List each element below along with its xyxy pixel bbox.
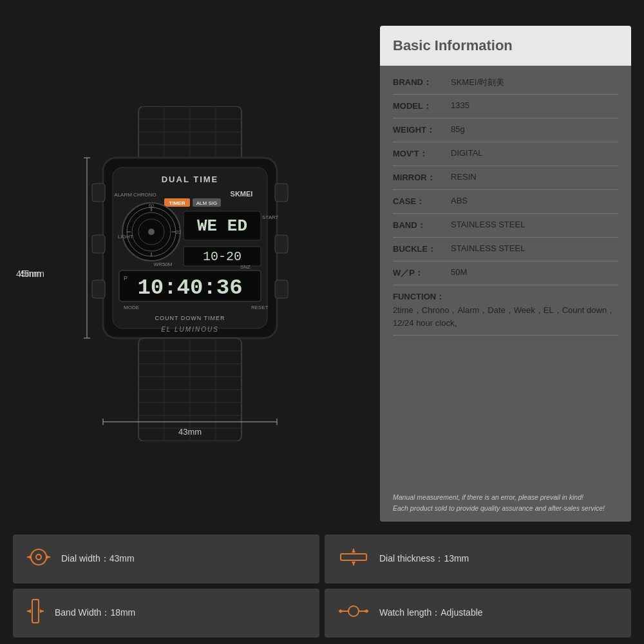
buckle-row: BUCKLE： STAINLESS STEEL	[393, 238, 618, 261]
mirror-value: RESIN	[451, 172, 618, 182]
svg-rect-73	[341, 554, 366, 560]
bottom-section: Dial width：43mm Dial thickness：13mm	[0, 535, 644, 644]
watch-length-text: Watch length：Adjustable	[379, 607, 483, 619]
band-width-box: Band Width：18mm	[13, 589, 319, 638]
brand-value: SKMEI/时刻美	[451, 77, 618, 88]
function-label: FUNCTION：	[393, 291, 618, 303]
function-row: FUNCTION： 2time，Chrono，Alarm，Date，Week，E…	[393, 285, 618, 336]
svg-text:10:40:36: 10:40:36	[137, 276, 242, 300]
watch-illustration: DUAL TIME ALARM CHRONO SKMEI TIMER ALM S…	[68, 106, 312, 441]
wp-row: W／P： 50M	[393, 261, 618, 285]
dial-width-icon	[26, 547, 52, 571]
top-section: 45mm	[0, 0, 644, 535]
info-panel: Basic Information BRAND： SKMEI/时刻美 MODEL…	[380, 26, 631, 522]
weight-value: 85g	[451, 124, 618, 134]
band-width-icon	[26, 598, 45, 629]
svg-rect-9	[92, 184, 105, 202]
info-title-bar: Basic Information	[380, 26, 631, 66]
svg-text:START: START	[262, 214, 279, 220]
svg-point-88	[339, 610, 341, 612]
svg-rect-11	[92, 280, 105, 298]
wp-label: W／P：	[393, 267, 451, 279]
mirror-row: MIRROR： RESIN	[393, 166, 618, 190]
weight-label: WEIGHT：	[393, 124, 451, 136]
svg-rect-13	[275, 235, 288, 253]
wp-value: 50M	[451, 267, 618, 277]
buckle-label: BUCKLE：	[393, 243, 451, 255]
svg-text:LIGHT: LIGHT	[118, 234, 133, 240]
disclaimer: Manual measurement, if there is an error…	[380, 487, 631, 522]
disclaimer-line2: Each product sold to provide quality ass…	[393, 503, 618, 514]
svg-text:ALM SIG: ALM SIG	[196, 200, 217, 206]
watch-length-box: Watch length：Adjustable	[325, 589, 631, 638]
mirror-label: MIRROR：	[393, 172, 451, 184]
brand-label: BRAND：	[393, 77, 451, 88]
svg-text:60: 60	[149, 204, 154, 208]
svg-text:ALARM CHRONO: ALARM CHRONO	[114, 192, 156, 198]
band-label: BAND：	[393, 220, 451, 231]
dial-width-box: Dial width：43mm	[13, 535, 319, 583]
svg-marker-81	[27, 609, 31, 613]
buckle-value: STAINLESS STEEL	[451, 243, 618, 253]
weight-row: WEIGHT： 85g	[393, 118, 618, 142]
info-title-text: Basic Information	[393, 37, 513, 53]
svg-text:43mm: 43mm	[178, 427, 202, 437]
disclaimer-line1: Manual measurement, if there is an error…	[393, 492, 618, 503]
dial-thickness-box: Dial thickness：13mm	[325, 535, 631, 583]
svg-text:MODE: MODE	[124, 305, 139, 310]
watch-length-icon	[337, 601, 370, 625]
svg-text:20: 20	[176, 230, 181, 234]
movement-row: MOV'T： DIGITAL	[393, 142, 618, 166]
dial-thickness-text: Dial thickness：13mm	[379, 553, 469, 565]
case-row: CASE： ABS	[393, 190, 618, 214]
svg-rect-14	[275, 280, 288, 298]
svg-rect-78	[32, 600, 39, 623]
dim-45mm-label: 45mm	[16, 269, 41, 279]
function-value: 2time，Chrono，Alarm，Date，Week，EL，Count do…	[393, 304, 618, 329]
svg-marker-77	[352, 562, 355, 565]
svg-rect-12	[275, 184, 288, 202]
svg-text:COUNT DOWN TIMER: COUNT DOWN TIMER	[155, 315, 225, 321]
movement-value: DIGITAL	[451, 148, 618, 158]
svg-text:RESET: RESET	[251, 305, 269, 310]
case-label: CASE：	[393, 196, 451, 207]
svg-text:SNZ: SNZ	[240, 264, 251, 270]
svg-point-31	[148, 229, 155, 235]
svg-point-67	[31, 549, 46, 565]
watch-area: 45mm	[13, 19, 367, 528]
svg-text:DUAL TIME: DUAL TIME	[162, 175, 219, 184]
main-container: 45mm	[0, 0, 644, 644]
brand-row: BRAND： SKMEI/时刻美	[393, 71, 618, 95]
svg-point-68	[36, 554, 41, 560]
info-rows: BRAND： SKMEI/时刻美 MODEL： 1335 WEIGHT： 85g…	[380, 66, 631, 487]
band-value: STAINLESS STEEL	[451, 220, 618, 229]
band-row: BAND： STAINLESS STEEL	[393, 214, 618, 238]
svg-text:P: P	[124, 275, 128, 281]
svg-marker-72	[46, 555, 50, 559]
band-width-text: Band Width：18mm	[55, 607, 135, 619]
dial-thickness-icon	[337, 547, 370, 571]
model-label: MODEL：	[393, 100, 451, 112]
svg-text:TIMER: TIMER	[169, 200, 185, 206]
svg-marker-82	[40, 609, 44, 613]
case-value: ABS	[451, 196, 618, 205]
dial-width-text: Dial width：43mm	[61, 553, 135, 565]
svg-text:WE ED: WE ED	[197, 216, 247, 236]
svg-text:WR50M: WR50M	[154, 261, 173, 267]
svg-point-89	[366, 610, 368, 612]
svg-text:10-20: 10-20	[203, 249, 242, 264]
svg-text:EL LUMINOUS: EL LUMINOUS	[161, 326, 219, 333]
svg-rect-10	[92, 235, 105, 253]
model-row: MODEL： 1335	[393, 95, 618, 118]
svg-point-83	[348, 606, 359, 616]
svg-marker-76	[352, 549, 355, 553]
svg-marker-71	[27, 555, 31, 559]
model-value: 1335	[451, 100, 618, 110]
movement-label: MOV'T：	[393, 148, 451, 160]
svg-text:SKMEI: SKMEI	[231, 190, 253, 198]
